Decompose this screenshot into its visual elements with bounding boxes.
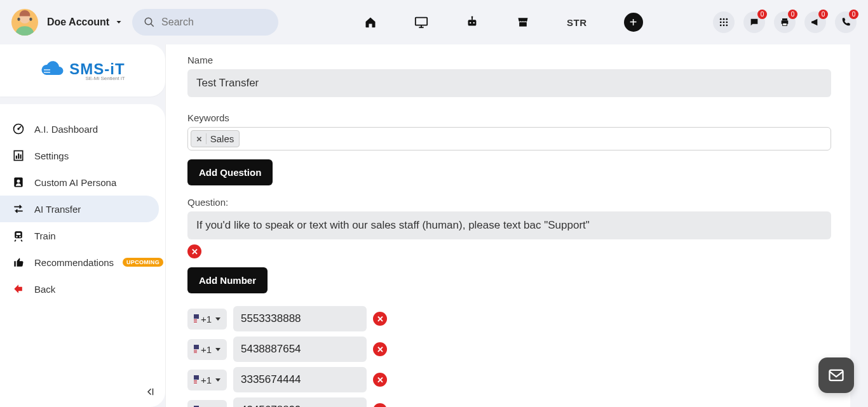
sidebar-item-back[interactable]: Back xyxy=(0,276,159,302)
train-icon xyxy=(11,229,25,243)
number-row: +1 ✕ xyxy=(187,306,831,331)
add-question-button[interactable]: Add Question xyxy=(187,159,273,185)
announce-button[interactable]: 0 xyxy=(804,11,826,33)
phone-input[interactable] xyxy=(233,337,367,362)
phone-input[interactable] xyxy=(233,306,367,331)
svg-point-9 xyxy=(470,22,471,23)
chevron-down-icon xyxy=(114,18,123,27)
chat-badge: 0 xyxy=(757,10,767,19)
numbers-list: +1 ✕ +1 ✕ +1 xyxy=(187,306,831,407)
svg-rect-1 xyxy=(17,18,20,21)
svg-point-19 xyxy=(726,22,728,23)
name-input[interactable] xyxy=(187,69,831,97)
country-code-label: +1 xyxy=(201,405,212,408)
support-mail-fab[interactable] xyxy=(818,357,854,393)
brand-logo[interactable]: SMS-iT SE-Mi Sentient iT xyxy=(40,60,125,81)
keyword-tag: × Sales xyxy=(191,130,240,147)
country-code-select[interactable]: +1 xyxy=(187,400,227,408)
call-button[interactable]: 0 xyxy=(835,11,857,33)
country-code-select[interactable]: +1 xyxy=(187,309,227,330)
account-switcher[interactable]: Doe Account xyxy=(47,17,123,28)
country-code-select[interactable]: +1 xyxy=(187,370,227,390)
account-name: Doe Account xyxy=(47,17,109,28)
number-row: +1 ✕ xyxy=(187,337,831,362)
sidebar-item-label: Back xyxy=(34,284,55,295)
search-input[interactable] xyxy=(161,17,267,28)
apps-grid-button[interactable] xyxy=(713,11,735,33)
sidebar-item-train[interactable]: Train xyxy=(0,222,159,249)
sidebar-item-settings[interactable]: Settings xyxy=(0,142,159,169)
search-icon xyxy=(144,17,155,28)
top-nav: STR + xyxy=(363,13,643,32)
page-layout: SMS-iT SE-Mi Sentient iT A.I. Dashboard … xyxy=(0,44,868,407)
delete-number-button[interactable]: ✕ xyxy=(373,403,387,407)
close-icon: ✕ xyxy=(377,376,384,384)
grid-icon xyxy=(719,17,729,27)
announce-badge: 0 xyxy=(818,10,828,19)
country-code-label: +1 xyxy=(201,344,212,355)
svg-rect-25 xyxy=(783,23,787,25)
svg-rect-2 xyxy=(29,18,32,21)
add-button[interactable]: + xyxy=(624,13,643,32)
sidebar-item-recommendations[interactable]: Recommendations UPCOMING xyxy=(0,249,159,276)
store-icon[interactable] xyxy=(516,15,530,29)
sidebar-item-label: Custom AI Persona xyxy=(34,177,116,188)
close-icon: ✕ xyxy=(377,345,384,354)
delete-question-button[interactable]: ✕ xyxy=(187,244,201,258)
avatar-illustration-icon xyxy=(11,9,38,36)
persona-icon xyxy=(11,175,25,189)
delete-number-button[interactable]: ✕ xyxy=(373,312,387,326)
question-input[interactable] xyxy=(187,211,831,239)
us-flag-icon xyxy=(194,314,197,323)
report-icon xyxy=(11,149,25,163)
back-icon xyxy=(11,282,25,296)
svg-point-20 xyxy=(720,24,722,26)
sidebar-item-label: Train xyxy=(34,230,56,241)
robot-icon[interactable] xyxy=(465,15,479,29)
sidebar-item-persona[interactable]: Custom AI Persona xyxy=(0,169,159,196)
svg-point-10 xyxy=(473,22,475,23)
call-badge: 0 xyxy=(849,10,858,19)
delete-number-button[interactable]: ✕ xyxy=(373,342,387,356)
user-avatar[interactable] xyxy=(11,9,38,36)
add-number-button[interactable]: Add Number xyxy=(187,267,268,293)
svg-rect-23 xyxy=(782,18,787,20)
keywords-field[interactable]: × Sales xyxy=(187,127,831,150)
remove-tag-button[interactable]: × xyxy=(196,133,207,144)
phone-input[interactable] xyxy=(233,397,367,407)
delete-number-button[interactable]: ✕ xyxy=(373,373,387,387)
svg-rect-33 xyxy=(20,154,22,159)
us-flag-icon xyxy=(194,375,197,384)
caret-down-icon xyxy=(215,317,220,321)
sidebar-collapse-button[interactable] xyxy=(144,385,156,398)
transfer-icon xyxy=(11,202,25,216)
sidebar-item-label: Recommendations xyxy=(34,257,114,268)
str-nav-link[interactable]: STR xyxy=(567,17,587,28)
chat-button[interactable]: 0 xyxy=(743,11,765,33)
sidebar-item-ai-dashboard[interactable]: A.I. Dashboard xyxy=(0,116,159,142)
svg-point-16 xyxy=(726,18,728,20)
svg-point-12 xyxy=(471,16,473,18)
country-code-label: +1 xyxy=(201,314,212,324)
cloud-icon xyxy=(40,61,65,80)
brand-name: SMS-iT xyxy=(69,60,125,77)
sidebar-item-label: Settings xyxy=(34,150,69,161)
upcoming-badge: UPCOMING xyxy=(123,258,163,267)
caret-down-icon xyxy=(215,378,220,382)
print-button[interactable]: 0 xyxy=(774,11,796,33)
sidebar-item-label: AI Transfer xyxy=(34,204,81,215)
close-icon: ✕ xyxy=(377,315,384,323)
sidebar-item-ai-transfer[interactable]: AI Transfer xyxy=(0,196,159,222)
us-flag-icon xyxy=(194,345,197,354)
megaphone-icon xyxy=(810,17,820,27)
svg-point-15 xyxy=(723,18,725,20)
brand-card: SMS-iT SE-Mi Sentient iT xyxy=(0,44,165,97)
country-code-select[interactable]: +1 xyxy=(187,339,227,360)
phone-input[interactable] xyxy=(233,367,367,392)
desktop-icon[interactable] xyxy=(414,15,428,29)
printer-icon xyxy=(780,17,790,27)
svg-rect-5 xyxy=(416,18,427,25)
home-icon[interactable] xyxy=(363,15,377,29)
number-row: +1 ✕ xyxy=(187,397,831,407)
search-field[interactable] xyxy=(132,9,278,36)
